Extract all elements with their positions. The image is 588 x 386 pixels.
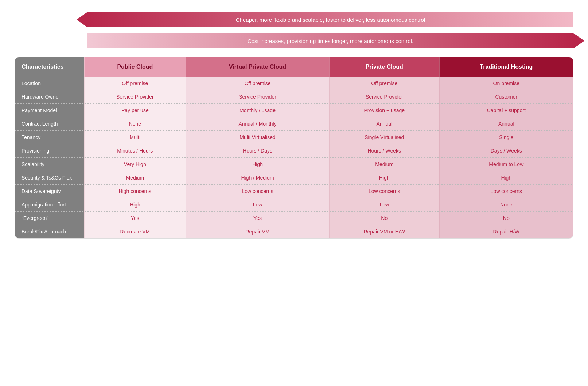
td-col2-row11: Repair VM [186,225,330,239]
td-col3-row7: High [329,171,439,185]
table-row: Break/Fix ApproachRecreate VMRepair VMRe… [15,225,573,239]
arrow-right: Cost increases, provisioning times longe… [87,33,573,48]
td-col2-row7: High / Medium [186,171,330,185]
td-col4-row11: Repair H/W [439,225,573,239]
td-col2-row9: Low [186,198,330,212]
th-characteristics: Characteristics [15,57,84,77]
td-col1-row5: Minutes / Hours [84,144,186,158]
td-characteristics: Payment Model [15,104,84,117]
td-col3-row11: Repair VM or H/W [329,225,439,239]
th-virtual-private-cloud: Virtual Private Cloud [186,57,330,77]
td-col1-row4: Multi [84,131,186,144]
arrow-right-text: Cost increases, provisioning times longe… [248,38,413,44]
td-col4-row2: Capital + support [439,104,573,117]
td-col1-row10: Yes [84,212,186,225]
th-traditional-hosting: Traditional Hosting [439,57,573,77]
td-col4-row1: Customer [439,90,573,104]
table-row: Security & Ts&Cs FlexMediumHigh / Medium… [15,171,573,185]
td-characteristics: Scalability [15,158,84,171]
comparison-table-wrapper: Characteristics Public Cloud Virtual Pri… [15,57,573,239]
table-row: LocationOff premiseOff premiseOff premis… [15,77,573,90]
arrow-left: Cheaper, more flexible and scalable, fas… [87,12,573,27]
td-col3-row2: Provision + usage [329,104,439,117]
td-col1-row9: High [84,198,186,212]
td-col4-row7: High [439,171,573,185]
td-characteristics: Tenancy [15,131,84,144]
td-characteristics: Hardware Owner [15,90,84,104]
td-col2-row4: Multi Virtualised [186,131,330,144]
th-private-cloud: Private Cloud [329,57,439,77]
td-col3-row5: Hours / Weeks [329,144,439,158]
td-col4-row5: Days / Weeks [439,144,573,158]
td-characteristics: Provisioning [15,144,84,158]
td-col2-row5: Hours / Days [186,144,330,158]
td-col1-row3: None [84,117,186,131]
td-col3-row1: Service Provider [329,90,439,104]
td-col1-row8: High concerns [84,185,186,198]
td-col2-row6: High [186,158,330,171]
td-col2-row0: Off premise [186,77,330,90]
td-col1-row0: Off premise [84,77,186,90]
arrow-left-text: Cheaper, more flexible and scalable, fas… [236,17,425,23]
td-col2-row8: Low concerns [186,185,330,198]
table-row: TenancyMultiMulti VirtualisedSingle Virt… [15,131,573,144]
table-body: LocationOff premiseOff premiseOff premis… [15,77,573,238]
td-characteristics: “Evergreen” [15,212,84,225]
td-col4-row0: On premise [439,77,573,90]
td-col3-row8: Low concerns [329,185,439,198]
td-col2-row1: Service Provider [186,90,330,104]
td-characteristics: Security & Ts&Cs Flex [15,171,84,185]
arrow-left-row: Cheaper, more flexible and scalable, fas… [87,11,573,28]
table-header-row: Characteristics Public Cloud Virtual Pri… [15,57,573,77]
td-col1-row6: Very High [84,158,186,171]
comparison-table: Characteristics Public Cloud Virtual Pri… [15,57,573,238]
td-col3-row9: Low [329,198,439,212]
td-col1-row2: Pay per use [84,104,186,117]
td-col1-row1: Service Provider [84,90,186,104]
table-row: ScalabilityVery HighHighMediumMedium to … [15,158,573,171]
td-col4-row10: No [439,212,573,225]
td-col2-row10: Yes [186,212,330,225]
td-col3-row10: No [329,212,439,225]
td-characteristics: Break/Fix Approach [15,225,84,239]
td-col3-row3: Annual [329,117,439,131]
td-characteristics: Contract Length [15,117,84,131]
th-public-cloud: Public Cloud [84,57,186,77]
td-col4-row6: Medium to Low [439,158,573,171]
table-row: ProvisioningMinutes / HoursHours / DaysH… [15,144,573,158]
td-col4-row9: None [439,198,573,212]
td-col1-row7: Medium [84,171,186,185]
table-row: App migration effortHighLowLowNone [15,198,573,212]
table-row: Data SovereigntyHigh concernsLow concern… [15,185,573,198]
td-col3-row0: Off premise [329,77,439,90]
table-row: Hardware OwnerService ProviderService Pr… [15,90,573,104]
table-row: Contract LengthNoneAnnual / MonthlyAnnua… [15,117,573,131]
td-col1-row11: Recreate VM [84,225,186,239]
td-col4-row3: Annual [439,117,573,131]
td-col4-row4: Single [439,131,573,144]
arrow-right-row: Cost increases, provisioning times longe… [87,32,573,50]
table-row: “Evergreen”YesYesNoNo [15,212,573,225]
td-col2-row3: Annual / Monthly [186,117,330,131]
arrows-container: Cheaper, more flexible and scalable, fas… [15,11,573,50]
td-col4-row8: Low concerns [439,185,573,198]
td-characteristics: App migration effort [15,198,84,212]
td-col3-row6: Medium [329,158,439,171]
td-col2-row2: Monthly / usage [186,104,330,117]
td-characteristics: Location [15,77,84,90]
td-col3-row4: Single Virtualised [329,131,439,144]
table-row: Payment ModelPay per useMonthly / usageP… [15,104,573,117]
td-characteristics: Data Sovereignty [15,185,84,198]
